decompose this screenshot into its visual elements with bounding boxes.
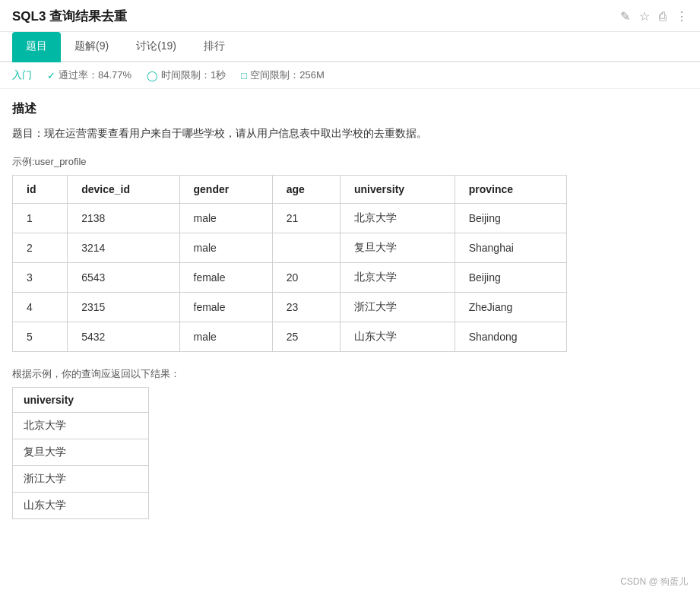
table-cell: 北京大学 [340, 262, 455, 292]
table-cell: 北京大学 [340, 203, 455, 233]
page-title: SQL3 查询结果去重 [12, 8, 127, 25]
table-cell: 25 [272, 322, 340, 351]
tab-bar: 题目 题解(9) 讨论(19) 排行 [0, 32, 700, 62]
time-limit: ◯ 时间限制：1秒 [147, 68, 226, 82]
table-cell: 21 [272, 203, 340, 233]
result-table-cell: 北京大学 [13, 412, 149, 439]
table-cell: 5432 [68, 322, 179, 351]
table-cell: Shanghai [455, 233, 566, 262]
difficulty-level: 入门 [12, 68, 32, 82]
result-table-row: 山东大学 [13, 492, 149, 518]
table-cell: 4 [13, 292, 68, 322]
table-cell: 山东大学 [340, 322, 455, 351]
result-table-row: 北京大学 [13, 412, 149, 439]
tab-ranking[interactable]: 排行 [190, 32, 239, 62]
table-cell: 1 [13, 203, 68, 233]
table-cell: Beijing [455, 203, 566, 233]
column-header-device_id: device_id [68, 175, 179, 203]
column-header-age: age [272, 175, 340, 203]
star-icon[interactable]: ☆ [639, 9, 650, 24]
example-label: 示例:user_profile [12, 155, 688, 169]
tab-discussion[interactable]: 讨论(19) [122, 32, 190, 62]
table-cell: 20 [272, 262, 340, 292]
table-cell: ZheJiang [455, 292, 566, 322]
result-table-row: 复旦大学 [13, 439, 149, 465]
table-cell: male [179, 322, 272, 351]
tab-question[interactable]: 题目 [12, 32, 61, 62]
table-row: 55432male25山东大学Shandong [13, 322, 567, 351]
problem-description: 题目：现在运营需要查看用户来自于哪些学校，请从用户信息表中取出学校的去重数据。 [12, 125, 688, 143]
user-profile-table: iddevice_idgenderageuniversityprovince 1… [12, 175, 567, 352]
table-cell: 3 [13, 262, 68, 292]
table-row: 42315female23浙江大学ZheJiang [13, 292, 567, 322]
more-icon[interactable]: ⋮ [676, 9, 688, 24]
header-actions: ✎ ☆ ⎙ ⋮ [620, 9, 688, 24]
clock-icon: ◯ [147, 70, 158, 81]
table-cell: male [179, 203, 272, 233]
table-cell: 浙江大学 [340, 292, 455, 322]
table-cell: 复旦大学 [340, 233, 455, 262]
main-content: 描述 题目：现在运营需要查看用户来自于哪些学校，请从用户信息表中取出学校的去重数… [0, 89, 700, 531]
table-cell: 3214 [68, 233, 179, 262]
result-table: university 北京大学复旦大学浙江大学山东大学 [12, 387, 149, 519]
table-row: 23214male复旦大学Shanghai [13, 233, 567, 262]
table-cell: 2 [13, 233, 68, 262]
memory-icon: □ [241, 70, 247, 81]
table-cell: 5 [13, 322, 68, 351]
column-header-province: province [455, 175, 566, 203]
meta-row: 入门 ✓ 通过率：84.77% ◯ 时间限制：1秒 □ 空间限制：256M [0, 62, 700, 89]
table-cell [272, 233, 340, 262]
column-header-gender: gender [179, 175, 272, 203]
table-cell: 2138 [68, 203, 179, 233]
result-table-row: 浙江大学 [13, 465, 149, 492]
tab-solution[interactable]: 题解(9) [61, 32, 122, 62]
pass-rate: ✓ 通过率：84.77% [47, 68, 131, 82]
column-header-university: university [340, 175, 455, 203]
table-cell: 23 [272, 292, 340, 322]
table-row: 36543female20北京大学Beijing [13, 262, 567, 292]
result-column-header-university: university [13, 387, 149, 412]
result-table-cell: 复旦大学 [13, 439, 149, 465]
check-icon: ✓ [47, 70, 55, 81]
table-cell: female [179, 292, 272, 322]
space-limit: □ 空间限制：256M [241, 68, 324, 82]
share-icon[interactable]: ⎙ [659, 10, 667, 24]
result-table-cell: 山东大学 [13, 492, 149, 518]
table-cell: 6543 [68, 262, 179, 292]
table-cell: male [179, 233, 272, 262]
table-row: 12138male21北京大学Beijing [13, 203, 567, 233]
table-cell: 2315 [68, 292, 179, 322]
edit-icon[interactable]: ✎ [620, 9, 630, 24]
result-label: 根据示例，你的查询应返回以下结果： [12, 367, 688, 381]
result-table-cell: 浙江大学 [13, 465, 149, 492]
column-header-id: id [13, 175, 68, 203]
section-description-title: 描述 [12, 101, 688, 117]
header: SQL3 查询结果去重 ✎ ☆ ⎙ ⋮ [0, 0, 700, 32]
table-cell: Shandong [455, 322, 566, 351]
table-cell: female [179, 262, 272, 292]
table-cell: Beijing [455, 262, 566, 292]
